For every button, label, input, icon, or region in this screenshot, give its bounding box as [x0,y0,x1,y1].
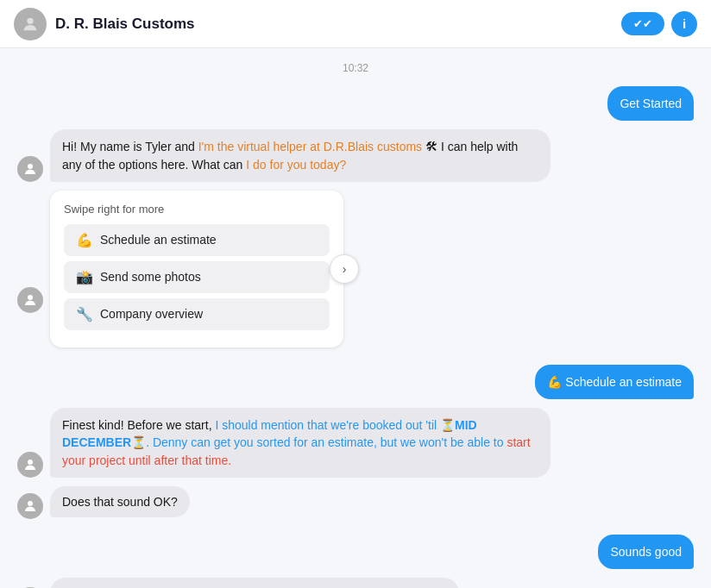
timestamp: 10:32 [17,62,694,74]
chevron-right-icon: › [343,262,347,276]
msg-row-get-started: Get Started [17,86,694,121]
bubble-sound-ok: Does that sound OK? [50,486,190,517]
info-button[interactable]: i [671,11,697,37]
bubble-sounds-good: Sounds good [598,535,694,569]
quick-card-title: Swipe right for more [64,203,330,216]
bubble-name-question: Alrighty, I can help you get the process… [50,578,459,588]
quick-reply-card: Swipe right for more 💪 Schedule an estim… [50,191,343,347]
check-icon: ✔✔ [633,17,652,30]
quick-btn-schedule[interactable]: 💪 Schedule an estimate [64,224,330,256]
get-started-text: Get Started [620,97,682,110]
bot-intro-text: Hi! My name is Tyler and I'm the virtual… [62,140,518,171]
msg-row-sounds-good: Sounds good [17,535,694,569]
booked-text: Finest kind! Before we start, I should m… [62,418,531,467]
sounds-good-text: Sounds good [610,545,682,559]
bot-avatar-booked [17,452,43,478]
header-title: D. R. Blais Customs [55,16,621,33]
overview-emoji: 🔧 [76,306,93,322]
header-avatar [14,8,47,41]
schedule-label: Schedule an estimate [100,233,217,247]
sound-ok-text: Does that sound OK? [62,495,178,509]
bubble-booked: Finest kind! Before we start, I should m… [50,408,551,478]
schedule-emoji: 💪 [76,232,93,248]
svg-point-4 [28,501,33,506]
bot-avatar-sound-ok [17,493,43,519]
quick-btn-overview[interactable]: 🔧 Company overview [64,298,330,330]
bot-avatar-intro [17,156,43,182]
check-button[interactable]: ✔✔ [621,12,664,35]
msg-row-schedule: 💪 Schedule an estimate [17,365,694,399]
msg-row-sound-ok: Does that sound OK? [17,486,694,526]
swipe-right-button[interactable]: › [330,254,359,284]
msg-row-name-question: Alrighty, I can help you get the process… [17,578,694,588]
photos-emoji: 📸 [76,269,93,285]
bubble-bot-intro: Hi! My name is Tyler and I'm the virtual… [50,129,551,182]
chat-header: D. R. Blais Customs ✔✔ i [0,0,711,48]
photos-label: Send some photos [100,270,201,284]
chat-area: 10:32 Get Started Hi! My name is Tyler a… [0,48,711,588]
msg-row-bot-intro: Hi! My name is Tyler and I'm the virtual… [17,129,694,182]
svg-point-0 [27,17,33,23]
header-icons: ✔✔ i [621,11,697,37]
svg-point-1 [28,164,33,169]
bubble-schedule: 💪 Schedule an estimate [535,365,694,399]
msg-row-booked: Finest kind! Before we start, I should m… [17,408,694,478]
svg-point-3 [28,460,33,465]
schedule-selected-text: 💪 Schedule an estimate [547,375,682,389]
quick-btn-photos[interactable]: 📸 Send some photos [64,261,330,293]
svg-point-2 [28,295,33,300]
overview-label: Company overview [100,307,203,321]
bubble-get-started: Get Started [607,86,694,121]
bot-avatar-card [17,287,43,313]
info-icon: i [683,16,686,31]
